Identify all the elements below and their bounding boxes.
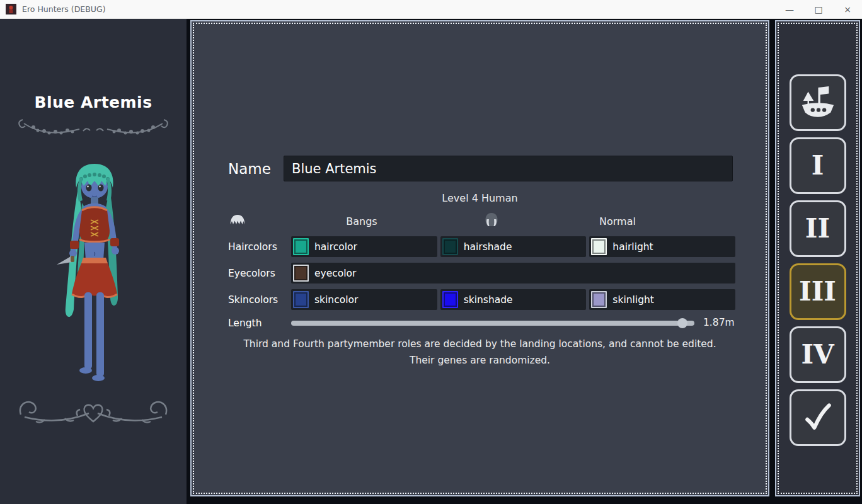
bangs-icon xyxy=(229,214,246,226)
character-sprite xyxy=(45,147,141,392)
gene-field-skinshade[interactable]: skinshade xyxy=(440,289,587,310)
app-icon xyxy=(6,4,16,14)
ship-icon xyxy=(800,84,836,121)
nav-panel: IIIIIIIV xyxy=(775,20,860,496)
close-button[interactable]: × xyxy=(833,0,862,18)
gene-field-label: haircolor xyxy=(314,241,357,253)
titlebar: Ero Hunters (DEBUG) — □ × xyxy=(0,0,862,19)
vine-ornament xyxy=(13,113,174,142)
numeral-label: II xyxy=(805,215,830,242)
length-slider-track[interactable] xyxy=(291,321,694,326)
color-swatch-hairlight xyxy=(591,238,607,255)
gene-fields: eyecolor xyxy=(291,263,735,284)
minimize-button[interactable]: — xyxy=(775,0,804,18)
bangs-header: Bangs xyxy=(311,215,412,227)
numeral-label: IV xyxy=(801,341,834,368)
nav-button-confirm[interactable] xyxy=(790,389,846,446)
gene-row-skin: Skincolorsskincolorskinshadeskinlight xyxy=(228,289,735,310)
app-area: Blue Artemis xyxy=(0,19,862,504)
level-text: Level 4 Human xyxy=(192,192,768,204)
nav-button-member-4[interactable]: IV xyxy=(790,326,846,383)
gene-field-label: skinshade xyxy=(464,294,513,306)
gene-field-skincolor[interactable]: skincolor xyxy=(291,289,437,310)
hair-back-header: Normal xyxy=(567,215,668,227)
gene-row-hair: Haircolorshaircolorhairshadehairlight xyxy=(228,236,735,257)
gene-field-label: skincolor xyxy=(314,294,358,306)
gene-row-label: Haircolors xyxy=(228,241,291,253)
note-line-1: Third and Fourth partymember roles are d… xyxy=(192,338,768,350)
nav-button-ship[interactable] xyxy=(790,74,846,131)
gene-field-label: hairlight xyxy=(612,241,653,253)
gene-rows: HaircolorshaircolorhairshadehairlightEye… xyxy=(228,236,735,316)
numeral-label: III xyxy=(799,278,836,305)
color-swatch-eyecolor xyxy=(293,265,309,282)
color-swatch-skinlight xyxy=(591,291,607,308)
gene-row-label: Eyecolors xyxy=(228,268,291,279)
editor-panel: Name Level 4 Human Bangs Normal Haircolo… xyxy=(190,20,769,496)
gene-field-label: skinlight xyxy=(612,294,654,306)
gene-field-skinlight[interactable]: skinlight xyxy=(589,289,735,310)
name-label: Name xyxy=(228,161,271,177)
color-swatch-skinshade xyxy=(442,291,458,308)
gene-field-label: hairshade xyxy=(464,241,512,253)
window-title: Ero Hunters (DEBUG) xyxy=(22,4,106,14)
color-swatch-skincolor xyxy=(293,291,309,308)
length-label: Length xyxy=(228,318,261,329)
gene-fields: haircolorhairshadehairlight xyxy=(291,236,735,257)
gene-field-eyecolor[interactable]: eyecolor xyxy=(291,263,735,284)
character-sidebar: Blue Artemis xyxy=(0,19,187,504)
nav-button-member-2[interactable]: II xyxy=(790,200,846,257)
flourish-ornament xyxy=(12,394,175,430)
numeral-label: I xyxy=(812,152,824,179)
nav-button-member-3[interactable]: III xyxy=(790,263,846,320)
window-controls: — □ × xyxy=(775,0,862,18)
nav-button-member-1[interactable]: I xyxy=(790,137,846,194)
check-icon xyxy=(800,400,836,435)
name-input[interactable] xyxy=(284,156,733,181)
nav-buttons: IIIIIIIV xyxy=(776,74,859,446)
gene-field-hairshade[interactable]: hairshade xyxy=(440,236,587,257)
gene-field-hairlight[interactable]: hairlight xyxy=(589,236,735,257)
gene-field-label: eyecolor xyxy=(314,268,356,279)
color-swatch-haircolor xyxy=(293,238,309,255)
character-name-heading: Blue Artemis xyxy=(0,93,187,112)
gene-field-haircolor[interactable]: haircolor xyxy=(291,236,437,257)
gene-row-label: Skincolors xyxy=(228,294,291,306)
color-swatch-hairshade xyxy=(442,238,458,255)
length-value: 1.87m xyxy=(703,317,735,328)
gene-row-eye: Eyecolorseyecolor xyxy=(228,263,735,284)
maximize-button[interactable]: □ xyxy=(804,0,833,18)
hair-back-icon xyxy=(484,212,499,227)
length-slider-handle[interactable] xyxy=(677,318,687,328)
note-line-2: Their genes are randomized. xyxy=(192,355,768,366)
gene-fields: skincolorskinshadeskinlight xyxy=(291,289,735,310)
